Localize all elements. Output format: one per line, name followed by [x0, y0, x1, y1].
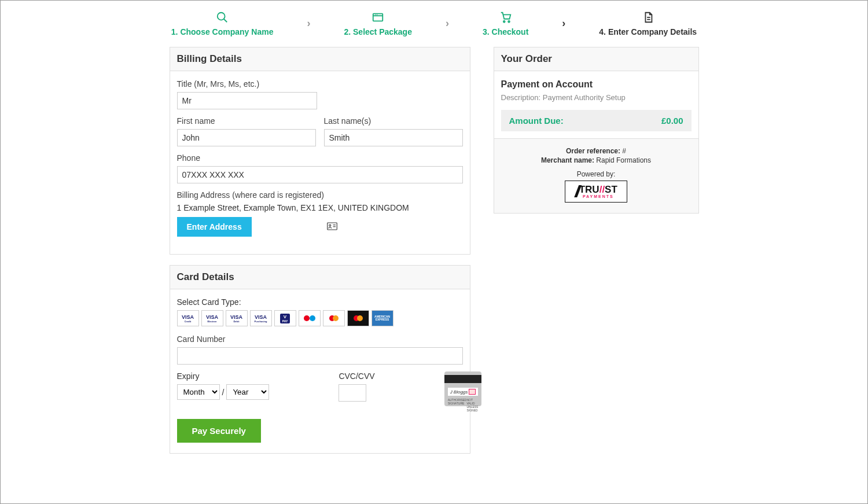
- last-name-input[interactable]: [324, 129, 463, 146]
- address-card-icon: [327, 222, 337, 232]
- title-label: Title (Mr, Mrs, Ms, etc.): [177, 79, 463, 89]
- last-name-label: Last name(s): [324, 116, 463, 126]
- card-back-icon: J Bloggs AUTHORISED SIGNATURENOT VALID U…: [444, 371, 482, 406]
- checkout-stepper: 1. Choose Company Name › 2. Select Packa…: [1, 6, 867, 47]
- amount-due-value: £0.00: [661, 116, 683, 126]
- payment-description: Description: Payment Authority Setup: [501, 93, 692, 102]
- phone-label: Phone: [177, 153, 463, 163]
- step-2[interactable]: 2. Select Package: [344, 10, 412, 36]
- panel-header: Your Order: [494, 47, 698, 71]
- card-type-amex[interactable]: AMERICANEXPRESS: [372, 310, 393, 326]
- chevron-right-icon: ›: [446, 17, 449, 30]
- card-type-vpay[interactable]: VPAY: [274, 310, 296, 326]
- panel-header: Card Details: [170, 266, 470, 289]
- svg-point-6: [503, 21, 505, 23]
- order-footer: Order reference: # Merchant name: Rapid …: [494, 138, 698, 213]
- amount-due: Amount Due: £0.00: [501, 110, 692, 131]
- expiry-separator: /: [222, 388, 225, 397]
- card-type-visa-purchasing[interactable]: VISAPurchasing: [250, 310, 272, 326]
- step-4[interactable]: 4. Enter Company Details: [599, 10, 697, 36]
- step-1[interactable]: 1. Choose Company Name: [171, 10, 274, 36]
- document-icon: [599, 10, 697, 25]
- pay-securely-button[interactable]: Pay Securely: [177, 419, 261, 443]
- card-type-mastercard[interactable]: [323, 310, 345, 326]
- cart-icon: [483, 10, 528, 25]
- card-type-selector: VISACredit VISAElectron VISADebit VISAPu…: [177, 310, 463, 326]
- enter-address-button[interactable]: Enter Address: [177, 217, 252, 237]
- billing-details-panel: Billing Details Title (Mr, Mrs, Ms, etc.…: [170, 47, 470, 255]
- card-details-panel: Card Details Select Card Type: VISACredi…: [170, 265, 470, 454]
- card-type-maestro[interactable]: [299, 310, 321, 326]
- chevron-right-icon: ›: [562, 17, 565, 30]
- order-heading: Your Order: [501, 53, 692, 65]
- title-input[interactable]: [177, 92, 317, 109]
- expiry-year-select[interactable]: Year: [226, 384, 269, 400]
- svg-rect-10: [327, 223, 337, 230]
- svg-point-7: [508, 21, 510, 23]
- card-type-visa-electron[interactable]: VISAElectron: [201, 310, 223, 326]
- svg-point-13: [329, 225, 330, 226]
- card-number-input[interactable]: [177, 347, 463, 365]
- svg-point-0: [218, 13, 225, 20]
- billing-address-value: 1 Example Street, Example Town, EX1 1EX,…: [177, 203, 463, 212]
- package-icon: [344, 10, 412, 25]
- chevron-right-icon: ›: [307, 17, 310, 30]
- card-heading: Card Details: [177, 271, 463, 283]
- trust-payments-logo: // TRU//ST PAYMENTS: [565, 181, 627, 203]
- step-label: 2. Select Package: [344, 27, 412, 36]
- expiry-label: Expiry: [177, 371, 270, 381]
- your-order-panel: Your Order Payment on Account Descriptio…: [494, 47, 699, 214]
- first-name-label: First name: [177, 116, 316, 126]
- card-number-label: Card Number: [177, 334, 463, 344]
- billing-heading: Billing Details: [177, 53, 463, 65]
- card-type-visa-debit[interactable]: VISADebit: [226, 310, 248, 326]
- svg-line-1: [224, 19, 227, 23]
- select-card-type-label: Select Card Type:: [177, 297, 241, 307]
- cvc-input[interactable]: [339, 384, 366, 402]
- panel-header: Billing Details: [170, 47, 470, 71]
- payment-title: Payment on Account: [501, 79, 692, 90]
- step-label: 1. Choose Company Name: [171, 27, 274, 36]
- first-name-input[interactable]: [177, 129, 316, 146]
- amount-due-label: Amount Due:: [509, 116, 564, 126]
- powered-by-label: Powered by:: [500, 170, 693, 178]
- billing-address-label: Billing Address (where card is registere…: [177, 190, 463, 200]
- phone-input[interactable]: [177, 166, 463, 183]
- step-3[interactable]: 3. Checkout: [483, 10, 528, 36]
- card-type-visa-credit[interactable]: VISACredit: [177, 310, 199, 326]
- search-icon: [171, 10, 274, 25]
- cvc-label: CVC/CVV: [339, 371, 374, 381]
- svg-rect-2: [373, 14, 383, 21]
- step-label: 3. Checkout: [483, 27, 528, 36]
- step-label: 4. Enter Company Details: [599, 27, 697, 36]
- expiry-month-select[interactable]: Month: [177, 384, 220, 400]
- card-type-mastercard-debit[interactable]: [347, 310, 369, 326]
